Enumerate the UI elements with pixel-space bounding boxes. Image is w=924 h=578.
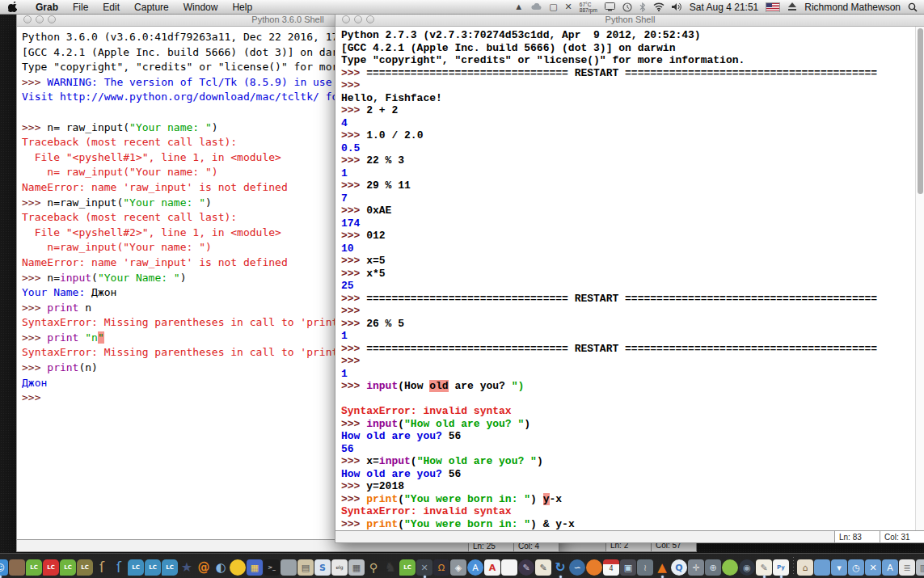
livecode-red-icon[interactable]: LC [43,559,59,576]
shield-icon[interactable]: ◈ [450,559,466,576]
menu-file[interactable]: File [65,2,95,13]
calendar-icon[interactable]: 4 [603,559,619,576]
wifi-menu-icon[interactable] [653,2,665,11]
no-pencil-icon-glyph: ✎ [518,559,534,576]
eject-menu-icon[interactable] [787,2,797,11]
audio-headphones-icon[interactable]: Ω [433,559,449,576]
quill-blue-icon[interactable]: ſ [111,559,127,576]
folder-apps-icon[interactable]: A [882,559,898,576]
spotlight-icon[interactable] [908,2,918,12]
volume-menu-icon[interactable] [672,2,682,11]
wedge-icon[interactable] [281,559,297,576]
console-line: >>> ================================ RES… [341,67,916,80]
document-stack-icon[interactable]: ≣ [899,559,915,576]
ln-indicator: Ln: 83 [834,531,880,542]
user-menu[interactable]: Richmond Mathewson [804,2,901,13]
menu-help[interactable]: Help [225,2,259,13]
livecode-green3-icon[interactable]: LC [399,559,416,576]
python-idle-icon[interactable]: Py [773,559,789,576]
menu-window[interactable]: Window [176,2,226,13]
x-menu-icon[interactable]: ✕ [565,2,572,11]
livecode-green-icon[interactable]: LC [26,559,42,576]
quicktime-icon[interactable]: Q [671,559,687,576]
vertical-scrollbar[interactable] [915,27,924,531]
istat-menu-item[interactable]: 67°C 887rpm [580,2,597,13]
dock: ☺LCLCLCLCſſLCLCLC★@◐▦>_▤Selg▦⚲♞LC✕Ω◈AA✎✎… [0,553,924,578]
apple-menu-icon[interactable] [8,2,17,12]
console-line: SyntaxError: invalid syntax [341,505,916,518]
cloud-menu-icon[interactable] [530,3,542,11]
chess-knight-icon[interactable]: ♞ [382,559,399,576]
no-pencil-icon[interactable]: ✎ [518,559,534,576]
photos-icon[interactable]: ▣ [620,559,636,576]
app-store-icon[interactable]: A [467,559,483,576]
time-machine-menu-icon[interactable] [622,2,632,12]
globe-icon[interactable]: ◐ [213,559,229,576]
home-folder-icon[interactable]: ⌂ [797,559,813,576]
vlc-cone-icon[interactable]: ▲ [654,559,670,576]
firefox-icon[interactable] [586,559,602,576]
console-line: >>> input("How old are you? ") [341,418,916,431]
statue-icon[interactable] [9,559,25,576]
menu-capture[interactable]: Capture [127,2,176,13]
menu-edit[interactable]: Edit [95,2,127,13]
display-menu-icon[interactable] [605,2,615,11]
menu-clock[interactable]: Sat Aug 4 21:51 [690,2,758,13]
folder-icon[interactable] [814,559,830,576]
keychain-icon[interactable]: ⚲ [365,559,382,576]
trash-icon[interactable]: ▥ [916,559,924,576]
stuffit-icon[interactable]: S [314,559,331,576]
bluetooth-menu-icon[interactable] [639,2,646,12]
vlc-menu-icon[interactable]: ▲ [514,2,523,11]
folder-icon-glyph [814,559,830,576]
input-language-flag-icon[interactable] [766,2,780,12]
elgato-icon[interactable]: elg [331,559,348,576]
sync-icon[interactable]: ↻ [552,559,568,576]
finder-icon[interactable]: ☺ [0,559,8,576]
blank-document-icon[interactable] [501,559,517,576]
livecode-blue2-icon[interactable]: LC [145,559,161,576]
fan-speed: 887rpm [580,7,597,13]
menu-grab[interactable]: Grab [28,2,65,13]
livecode-olive-icon[interactable]: LC [77,559,93,576]
livecode-blue3-icon[interactable]: LC [162,559,178,576]
rubber-duck-icon[interactable] [230,559,246,576]
folder-recent-icon[interactable]: ◷ [848,559,864,576]
folder-drop-icon[interactable]: ▾ [831,559,847,576]
at-symbol-icon[interactable]: @ [196,559,212,576]
calculator-icon[interactable]: ▦ [348,559,365,576]
title-bar[interactable]: Python Shell [335,13,924,27]
utilities-icon[interactable]: ✛ [688,559,704,576]
console-line: 25 [341,280,916,293]
dark-tile-icon[interactable]: ✕ [416,559,432,576]
camera-lens-icon[interactable]: ◉ [739,559,755,576]
livecode-blue1-icon[interactable]: LC [128,559,144,576]
calculator-icon-glyph: ▦ [348,559,365,576]
livecode-green2-icon[interactable]: LC [60,559,76,576]
scrollbar-thumb[interactable] [918,28,923,194]
stuffit-icon-glyph: S [314,559,331,576]
adobe-reader-icon[interactable]: A [484,559,500,576]
typewriter-icon[interactable]: ▤ [297,559,314,576]
console-output[interactable]: Python 2.7.3 (v2.7.3:70274d53c1dd, Apr 9… [335,27,916,531]
doc-pencil-icon-glyph: ✎ [756,559,772,576]
quill-brown-icon[interactable]: ſ [94,559,110,576]
doc-pencil-icon[interactable]: ✎ [756,559,772,576]
terminal-icon[interactable]: >_ [264,559,280,576]
calendar-icon-glyph: 4 [603,559,619,576]
window-menu-icon[interactable]: ▢ [549,2,557,11]
console-line: >>> print("You were born in: ") & y-x [341,518,916,531]
pentagram-icon[interactable]: ★ [179,559,195,576]
console-line: >>> 012 [341,230,916,243]
thunderbird-icon[interactable]: ∽ [569,559,585,576]
grid-stack-icon[interactable]: ▦ [247,559,263,576]
android-icon[interactable] [722,559,738,576]
web-sharing-icon[interactable]: ⊕ [705,559,721,576]
console-line: >>> [341,79,916,92]
guitar-icon[interactable]: ≀ [637,559,653,576]
folder-x-icon[interactable]: ✕ [865,559,881,576]
notes-icon[interactable]: ✎ [535,559,551,576]
at-symbol-icon-glyph: @ [196,559,212,576]
folder-drop-icon-glyph: ▾ [831,559,847,576]
elgato-icon-glyph: elg [331,559,348,576]
